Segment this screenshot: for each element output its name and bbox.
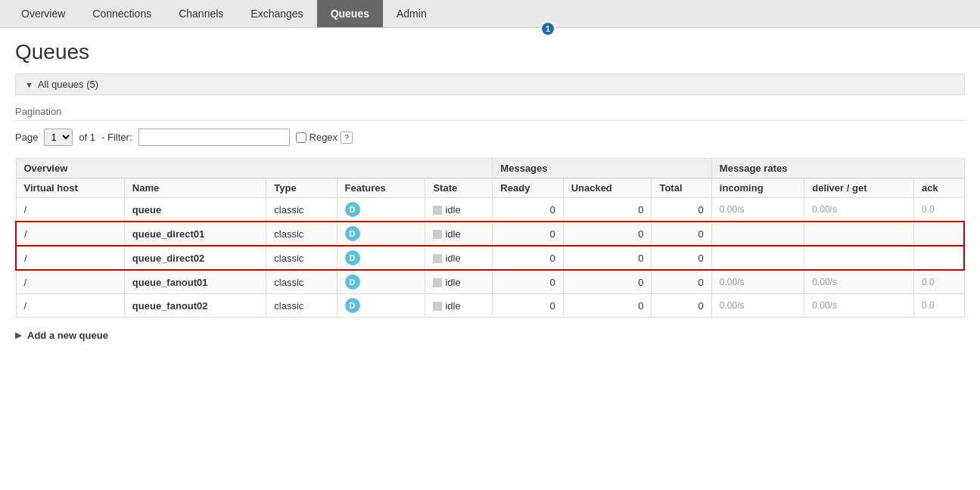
features-badge: D [345,298,360,313]
features-badge: D [345,202,360,217]
nav-item-queues[interactable]: Queues [317,0,383,27]
nav-item-channels[interactable]: Channels [165,0,237,27]
page-title: Queues [15,40,965,64]
of-text: of 1 [79,132,95,143]
state-icon [433,278,442,287]
col-state: State [425,178,493,198]
nav-bar: Overview Connections Channels Exchanges … [0,0,980,28]
group-header-row: Overview Messages Message rates [16,159,964,178]
col-unacked: Unacked [563,178,652,198]
queues-badge: 1 [540,21,555,36]
pagination-row: Page 1 of 1 - Filter: Regex ? [15,129,965,146]
table-row[interactable]: /queue_fanout02classicDidle0000.00/s0.00… [16,294,964,318]
col-name: Name [124,178,266,198]
features-badge: D [345,226,360,241]
section-arrow-icon: ▼ [25,80,33,89]
section-label: All queues (5) [38,79,98,90]
table-wrapper: Overview Messages Message rates Virtual … [15,158,965,318]
overview-group-header: Overview [16,159,493,178]
col-virtual-host: Virtual host [16,178,124,198]
messages-group-header: Messages [493,159,711,178]
page-select[interactable]: 1 [44,129,73,146]
regex-checkbox-group: Regex ? [296,132,353,144]
features-badge: D [345,274,360,290]
nav-item-admin[interactable]: Admin [383,0,440,27]
add-queue-label: Add a new queue [27,330,108,341]
col-ready: Ready [493,178,563,198]
message-rates-group-header: Message rates [711,159,964,178]
table-row[interactable]: /queueclassicDidle0000.00/s0.00/s0.0 [16,198,964,222]
page-label: Page [15,132,38,143]
table-row[interactable]: /queue_direct02classicDidle000 [16,246,964,270]
section-header[interactable]: ▼ All queues (5) [15,73,965,95]
regex-checkbox[interactable] [296,132,306,143]
col-type: Type [266,178,337,198]
nav-item-exchanges[interactable]: Exchanges [237,0,316,27]
features-badge: D [345,250,360,265]
nav-item-overview[interactable]: Overview [8,0,79,27]
filter-label: - Filter: [101,132,132,143]
col-ack: ack [914,178,964,198]
col-incoming: incoming [711,178,804,198]
col-total: Total [652,178,711,198]
table-row[interactable]: /queue_fanout01classicDidle0000.00/s0.00… [16,270,964,294]
col-features: Features [337,178,425,198]
state-icon [433,230,442,239]
pagination-label: Pagination [15,106,965,121]
add-queue-arrow-icon: ▶ [15,330,21,340]
help-icon[interactable]: ? [341,132,353,144]
state-icon [433,254,442,263]
nav-item-connections[interactable]: Connections [79,0,165,27]
add-queue-section[interactable]: ▶ Add a new queue [15,330,965,341]
state-icon [433,206,442,215]
queue-table: Overview Messages Message rates Virtual … [15,158,965,318]
state-icon [433,302,442,311]
pagination-section: Pagination Page 1 of 1 - Filter: Regex ? [15,106,965,146]
table-row[interactable]: /queue_direct01classicDidle000 [16,222,964,246]
filter-input[interactable] [138,129,290,146]
regex-label: Regex [310,132,338,143]
col-deliver-get: deliver / get [804,178,914,198]
queue-tbody: /queueclassicDidle0000.00/s0.00/s0.0/que… [16,198,964,318]
page-content: Queues ▼ All queues (5) Pagination Page … [0,28,980,353]
col-header-row: Virtual host Name Type Features State Re… [16,178,964,198]
